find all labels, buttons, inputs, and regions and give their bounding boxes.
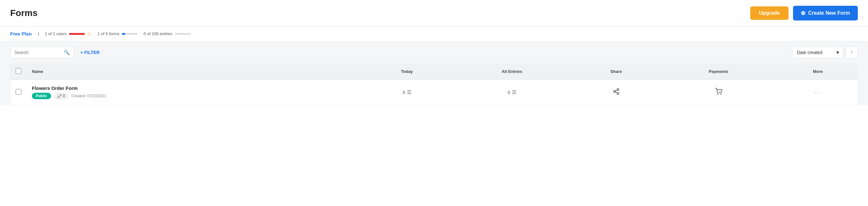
page-header: Forms Upgrade ⊕ Create New Form (0, 0, 868, 27)
svg-line-3 (615, 92, 617, 93)
all-entries-cell: 0 ☰ (451, 80, 573, 105)
header-checkbox-cell (10, 63, 27, 80)
col-header-payments: Payments (659, 63, 778, 80)
free-plan-label: Free Plan (10, 31, 32, 36)
edit-count-value: 0 (63, 94, 65, 98)
plus-circle-icon: ⊕ (801, 9, 805, 17)
form-name-cell: Flowers Order Form Public 0 Created: 07/… (27, 80, 363, 105)
svg-point-5 (717, 94, 718, 94)
users-stat-text: 1 of 1 users (45, 31, 67, 36)
search-box: 🔍 (10, 47, 74, 58)
col-header-all-entries: All Entries (451, 63, 573, 80)
forms-table: Name Today All Entries Share Payments Mo… (10, 63, 858, 105)
share-svg (613, 88, 620, 95)
more-dots-icon[interactable]: ··· (814, 88, 822, 96)
table-row: Flowers Order Form Public 0 Created: 07/… (10, 80, 858, 105)
today-value: 0 (403, 90, 405, 95)
svg-line-4 (615, 90, 617, 91)
list-icon-today: ☰ (407, 89, 411, 95)
create-new-form-button[interactable]: ⊕ Create New Form (793, 6, 858, 21)
share-icon[interactable] (613, 89, 620, 96)
sort-ascending-button[interactable]: ↑ (846, 46, 858, 58)
edit-count: 0 (54, 93, 68, 99)
table-header-row: Name Today All Entries Share Payments Mo… (10, 63, 858, 80)
pencil-icon (57, 94, 62, 98)
header-actions: Upgrade ⊕ Create New Form (750, 6, 858, 21)
forms-progress-bar (122, 33, 138, 35)
toolbar: 🔍 + FILTER Date created Name Entries ▼ ↑ (0, 41, 868, 63)
create-label: Create New Form (808, 10, 850, 16)
cart-icon[interactable] (715, 89, 722, 96)
plan-bar: Free Plan ℹ 1 of 1 users ⚠ 1 of 5 forms … (0, 27, 868, 41)
more-cell[interactable]: ··· (778, 80, 858, 105)
upgrade-button[interactable]: Upgrade (750, 6, 789, 20)
row-select-checkbox[interactable] (16, 89, 21, 95)
toolbar-right: Date created Name Entries ▼ ↑ (792, 46, 858, 58)
users-progress-bar (69, 33, 85, 35)
col-header-name: Name (27, 63, 363, 80)
forms-stat: 1 of 5 forms (97, 31, 138, 36)
share-cell[interactable] (573, 80, 659, 105)
sort-select[interactable]: Date created Name Entries (792, 47, 843, 58)
list-icon-entries: ☰ (512, 89, 516, 95)
select-all-checkbox[interactable] (16, 68, 21, 74)
all-entries-value: 0 (508, 90, 510, 95)
form-meta: Public 0 Created: 07/20/2021 (32, 93, 358, 99)
col-header-today: Today (363, 63, 451, 80)
search-icon: 🔍 (64, 50, 70, 55)
forms-progress-fill (122, 33, 125, 35)
all-entries-count: 0 ☰ (456, 89, 568, 95)
payments-cell[interactable] (659, 80, 778, 105)
row-checkbox-cell (10, 80, 27, 105)
warning-icon: ⚠ (87, 31, 92, 36)
entries-progress-bar (175, 33, 191, 35)
entries-stat: 0 of 100 entries (144, 31, 191, 36)
sort-up-icon: ↑ (850, 50, 853, 55)
page-title: Forms (10, 8, 38, 18)
col-header-share: Share (573, 63, 659, 80)
today-cell: 0 ☰ (363, 80, 451, 105)
toolbar-left: 🔍 + FILTER (10, 47, 101, 58)
search-input[interactable] (14, 50, 61, 55)
created-date: Created: 07/20/2021 (71, 94, 106, 98)
form-name[interactable]: Flowers Order Form (32, 85, 358, 91)
info-icon[interactable]: ℹ (38, 31, 39, 36)
sort-select-wrapper: Date created Name Entries ▼ (792, 47, 843, 58)
forms-stat-text: 1 of 5 forms (97, 31, 119, 36)
public-badge: Public (32, 93, 51, 99)
users-progress-fill (69, 33, 85, 35)
users-stat: 1 of 1 users ⚠ (45, 31, 92, 36)
today-count: 0 ☰ (368, 89, 445, 95)
cart-svg (715, 88, 722, 95)
svg-point-6 (720, 94, 721, 94)
table-container: Name Today All Entries Share Payments Mo… (0, 63, 868, 105)
entries-stat-text: 0 of 100 entries (144, 31, 172, 36)
col-header-more: More (778, 63, 858, 80)
filter-button[interactable]: + FILTER (79, 47, 101, 57)
